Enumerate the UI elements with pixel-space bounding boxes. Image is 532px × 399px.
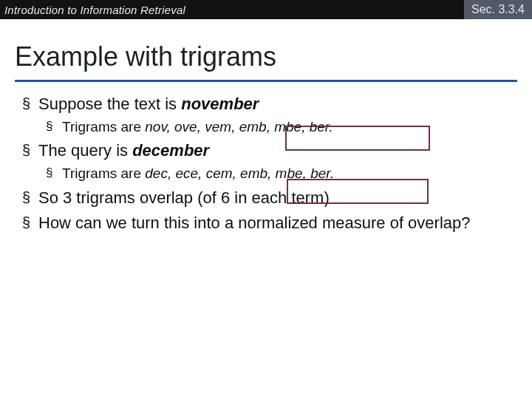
slide: Introduction to Information Retrieval Se… xyxy=(0,0,532,399)
bullet-2: The query is december Trigrams are dec, … xyxy=(22,140,510,183)
bullet-2-word: december xyxy=(132,141,209,160)
bullet-2-text: The query is xyxy=(38,141,132,160)
bullet-1-text: Suppose the text is xyxy=(38,95,181,113)
bullet-1-word: november xyxy=(181,95,259,113)
bullet-list: Suppose the text is november Trigrams ar… xyxy=(22,94,510,234)
bullet-3: So 3 trigrams overlap (of 6 in each term… xyxy=(22,188,510,209)
top-bar: Introduction to Information Retrieval Se… xyxy=(0,0,532,19)
bullet-1-sublist: Trigrams are nov, ove, vem, emb, mbe, be… xyxy=(46,118,510,137)
section-badge: Sec. 3.3.4 xyxy=(464,0,532,19)
bullet-2-sub-trigrams: dec, ece, cem, emb, mbe, ber. xyxy=(145,166,334,181)
bullet-1-sub-prefix: Trigrams are xyxy=(62,119,145,134)
bullet-2-sublist: Trigrams are dec, ece, cem, emb, mbe, be… xyxy=(46,165,510,183)
bullet-1-sub: Trigrams are nov, ove, vem, emb, mbe, be… xyxy=(46,118,510,137)
course-title: Introduction to Information Retrieval xyxy=(0,4,464,16)
bullet-1-sub-trigrams: nov, ove, vem, emb, mbe, ber. xyxy=(145,119,333,134)
slide-body: Suppose the text is november Trigrams ar… xyxy=(0,82,532,234)
slide-title: Example with trigrams xyxy=(0,19,532,77)
bullet-4: How can we turn this into a normalized m… xyxy=(22,213,510,234)
bullet-1: Suppose the text is november Trigrams ar… xyxy=(22,94,510,136)
bullet-2-sub: Trigrams are dec, ece, cem, emb, mbe, be… xyxy=(46,165,510,183)
bullet-2-sub-prefix: Trigrams are xyxy=(62,166,145,181)
